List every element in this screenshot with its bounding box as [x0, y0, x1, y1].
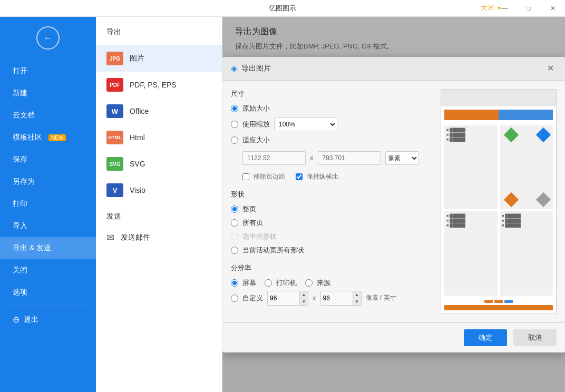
size-scale-radio[interactable]: [231, 121, 238, 128]
modal-header-left: ◈ 导出图片: [231, 63, 271, 73]
preview-dot-1: [484, 300, 493, 303]
keep-ratio-label: 保持纵横比: [307, 172, 338, 181]
size-scale-label: 使用缩放: [242, 120, 270, 129]
template-badge: NEW: [48, 134, 66, 141]
res-w-spinner[interactable]: ▲ ▼: [267, 291, 308, 306]
res-w-up[interactable]: ▲: [299, 291, 308, 298]
scale-select[interactable]: 100% 50% 200%: [274, 117, 337, 131]
preview-card-3: ■ ██████■ ██████■ ██████: [444, 211, 498, 296]
preview-content: ■ ██████■ ██████■ ██████ ■ ██████■ ███: [441, 90, 556, 313]
modal-header: ◈ 导出图片 ✕: [222, 57, 565, 81]
shape-current-radio[interactable]: [231, 247, 238, 254]
icon-html: HTML: [106, 131, 123, 144]
shape-section-title: 形状: [231, 190, 432, 199]
sidebar-label-save: 保存: [13, 155, 27, 164]
back-button[interactable]: ←: [36, 26, 60, 50]
export-item-img[interactable]: JPG 图片: [96, 45, 222, 72]
x-separator: x: [310, 154, 314, 162]
width-input[interactable]: [242, 151, 306, 165]
titlebar: 亿图图示 大米 ▼ — □ ✕: [0, 0, 565, 17]
minimize-button[interactable]: —: [492, 0, 517, 17]
size-custom-inputs: x 像素 毫米: [231, 151, 432, 165]
res-unit-label: 像素 / 英寸: [366, 293, 396, 302]
diamond-green: [504, 127, 519, 142]
middle-panel: 导出 JPG 图片 PDF PDF, PS, EPS W Office HTML…: [96, 17, 222, 392]
modal-footer: 确定 取消: [222, 322, 565, 352]
size-original-radio[interactable]: [231, 105, 238, 112]
export-item-pdf[interactable]: PDF PDF, PS, EPS: [96, 72, 222, 98]
sidebar-item-close[interactable]: 关闭: [0, 259, 96, 281]
size-section: 尺寸 原始大小 使用缩放 100%: [231, 89, 432, 181]
keep-ratio-checkbox[interactable]: [296, 173, 303, 180]
icon-pdf: PDF: [106, 78, 123, 92]
shape-radio-group: 整页 所有页 选中的形状: [231, 204, 432, 255]
custom-res-radio-row: 自定义: [231, 293, 263, 303]
remove-margin-checkbox[interactable]: [242, 173, 249, 180]
sidebar-item-print[interactable]: 打印: [0, 193, 96, 215]
preview-card-1: ■ ██████■ ██████■ ██████: [444, 125, 498, 210]
shape-full-page-radio[interactable]: [231, 205, 238, 213]
sidebar-item-template[interactable]: 模板社区 NEW: [0, 126, 96, 149]
export-label-html: Html: [130, 133, 145, 142]
size-original-row: 原始大小: [231, 104, 432, 113]
back-icon: ←: [43, 33, 53, 44]
size-custom-radio[interactable]: [231, 136, 238, 144]
sidebar-item-cloud[interactable]: 云文档: [0, 104, 96, 126]
cancel-button[interactable]: 取消: [513, 329, 557, 346]
send-section-title: 发送: [96, 203, 222, 226]
send-email-label: 发送邮件: [121, 233, 150, 242]
shape-selected-radio[interactable]: [231, 233, 238, 240]
confirm-button[interactable]: 确定: [464, 329, 507, 346]
sidebar-item-options[interactable]: 选项: [0, 281, 96, 303]
res-h-down[interactable]: ▼: [353, 298, 361, 305]
icon-svg: SVG: [106, 157, 123, 171]
export-label-office: Office: [130, 107, 149, 115]
sidebar-item-save[interactable]: 保存: [0, 149, 96, 171]
margin-ratio-row: 移除页边距 保持纵横比: [231, 172, 432, 181]
modal-body: 尺寸 原始大小 使用缩放 100%: [222, 81, 565, 322]
export-item-svg[interactable]: SVG SVG: [96, 151, 222, 177]
size-section-title: 尺寸: [231, 89, 432, 99]
res-h-input[interactable]: [321, 291, 353, 305]
export-label-pdf: PDF, PS, EPS: [130, 81, 177, 89]
height-input[interactable]: [318, 151, 381, 165]
res-h-up[interactable]: ▲: [353, 291, 361, 298]
exit-icon: ⊖: [13, 315, 20, 325]
custom-res-radio[interactable]: [231, 295, 238, 302]
email-icon: ✉: [106, 232, 114, 243]
send-email-item[interactable]: ✉ 发送邮件: [96, 226, 222, 250]
modal-title-icon: ◈: [231, 63, 237, 73]
modal-close-button[interactable]: ✕: [544, 62, 557, 75]
custom-res-row: 自定义 ▲ ▼ x: [231, 291, 432, 306]
sidebar-item-export[interactable]: 导出 & 发送: [0, 237, 96, 259]
sidebar-item-new[interactable]: 新建: [0, 82, 96, 104]
res-w-input[interactable]: [268, 291, 299, 305]
resolution-section: 分辨率 屏幕 打印机: [231, 263, 432, 306]
export-section-title: 导出: [96, 27, 222, 45]
res-printer-label: 打印机: [276, 278, 297, 288]
modal-preview: ■ ██████■ ██████■ ██████ ■ ██████■ ███: [441, 89, 557, 314]
shape-all-pages-radio[interactable]: [231, 219, 238, 227]
export-item-office[interactable]: W Office: [96, 98, 222, 124]
res-source-radio[interactable]: [305, 279, 313, 287]
sidebar-item-import[interactable]: 导入: [0, 215, 96, 237]
sidebar-item-saveas[interactable]: 另存为: [0, 171, 96, 193]
sidebar-item-open[interactable]: 打开: [0, 60, 96, 82]
res-printer-radio[interactable]: [265, 279, 272, 287]
sidebar-item-exit[interactable]: ⊖ 退出: [0, 308, 96, 331]
shape-selected-row: 选中的形状: [231, 232, 432, 241]
res-w-down[interactable]: ▼: [299, 298, 308, 305]
sidebar: ← 打开 新建 云文档 模板社区 NEW 保存 另存为 打印 导入 导出 & 发…: [0, 17, 96, 392]
close-button[interactable]: ✕: [541, 0, 565, 17]
res-h-spinner[interactable]: ▲ ▼: [320, 291, 362, 306]
preview-card-4: ■ ██████■ ██████■ ██████: [500, 211, 553, 296]
res-w-spinner-btns: ▲ ▼: [299, 291, 308, 305]
export-item-html[interactable]: HTML Html: [96, 124, 222, 151]
export-item-visio[interactable]: V Visio: [96, 177, 222, 203]
res-source-row: 来源: [305, 278, 330, 288]
res-screen-radio[interactable]: [231, 279, 238, 287]
maximize-button[interactable]: □: [517, 0, 541, 17]
unit-select[interactable]: 像素 毫米: [385, 151, 419, 165]
size-custom-label: 适应大小: [242, 135, 270, 145]
res-screen-row: 屏幕: [231, 278, 256, 288]
